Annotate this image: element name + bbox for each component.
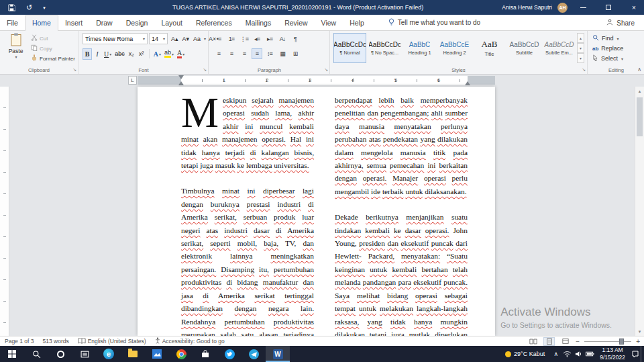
style-subtle-emphasis[interactable]: AaBbCcD Subtle Em... — [543, 33, 576, 63]
start-button[interactable] — [0, 346, 24, 362]
language-indicator[interactable]: English (United States) — [78, 338, 146, 345]
find-button[interactable]: Find ▾ — [592, 34, 619, 43]
font-size-dropdown-icon[interactable]: ▾ — [163, 36, 165, 41]
find-dropdown-icon[interactable]: ▾ — [617, 36, 619, 41]
style-subtitle[interactable]: AaBbCcD Subtitle — [508, 33, 541, 63]
tab-file[interactable]: File — [0, 16, 25, 30]
numbering-icon[interactable]: 1≡ — [226, 34, 237, 44]
underline-dropdown-icon[interactable]: ▾ — [109, 52, 111, 56]
style-no-spacing[interactable]: AaBbCcDc ¶ No Spac... — [368, 33, 401, 63]
telegram-icon[interactable] — [241, 346, 266, 362]
style-heading-2[interactable]: AaBbCcE Heading 2 — [438, 33, 471, 63]
paste-button[interactable]: Paste ▾ — [4, 33, 28, 64]
change-case-button[interactable]: Aa — [192, 35, 202, 43]
ruler-strip[interactable]: 1 2 3 4 5 6 — [138, 76, 495, 85]
style-title[interactable]: AaB Title — [473, 33, 506, 63]
word-taskbar-icon[interactable]: W — [266, 346, 290, 362]
select-dropdown-icon[interactable]: ▾ — [621, 56, 623, 61]
store-icon[interactable] — [193, 346, 217, 362]
tab-home[interactable]: Home — [25, 15, 58, 31]
scrollbar-thumb[interactable] — [637, 97, 643, 136]
align-center-icon[interactable]: ≡ — [226, 48, 237, 59]
scroll-up-icon[interactable]: ▴ — [635, 87, 644, 95]
save-icon[interactable] — [8, 4, 15, 11]
restore-button[interactable] — [598, 0, 619, 15]
styles-dialog-launcher-icon[interactable]: ↘ — [582, 67, 586, 73]
line-spacing-icon[interactable]: ↕≡ — [264, 48, 275, 59]
tab-design[interactable]: Design — [119, 16, 155, 30]
tab-references[interactable]: References — [189, 16, 239, 30]
tab-insert[interactable]: Insert — [58, 16, 89, 30]
tell-me-box[interactable]: Tell me what you want to do — [388, 18, 480, 30]
align-right-icon[interactable]: ≡ — [239, 48, 250, 59]
text-effects-button[interactable]: A▾ — [152, 48, 162, 60]
scroll-down-icon[interactable]: ▾ — [635, 327, 644, 336]
cut-button[interactable]: Cut — [31, 34, 48, 43]
italic-button[interactable]: I — [93, 48, 102, 60]
tab-stop-selector[interactable]: L — [128, 76, 137, 85]
zoom-out-icon[interactable]: − — [576, 338, 580, 345]
font-color-dropdown-icon[interactable]: ▾ — [182, 52, 184, 56]
highlight-dropdown-icon[interactable]: ▾ — [172, 52, 174, 56]
increase-indent-icon[interactable]: ▸≡ — [264, 34, 275, 44]
vertical-ruler[interactable] — [0, 87, 9, 336]
share-button[interactable]: Share — [597, 19, 644, 30]
multilevel-list-icon[interactable]: ⋮≡ — [239, 34, 250, 44]
styles-scroll-down-icon[interactable]: ▾ — [577, 43, 584, 53]
show-hide-pilcrow-icon[interactable]: ¶ — [290, 34, 301, 44]
bold-button[interactable]: B — [83, 48, 92, 60]
print-layout-icon[interactable] — [543, 337, 555, 346]
justify-icon[interactable]: ≡ — [252, 48, 262, 59]
weather-widget[interactable]: 29°C Kabut — [500, 351, 550, 357]
minimize-button[interactable] — [573, 0, 593, 15]
font-family-combobox[interactable]: Times New Roma ▾ — [83, 33, 148, 44]
font-dialog-launcher-icon[interactable]: ↘ — [203, 67, 207, 73]
photos-icon[interactable] — [145, 346, 169, 362]
borders-icon[interactable]: ⊞ — [290, 48, 301, 59]
superscript-button[interactable]: x² — [137, 48, 146, 60]
zoom-thumb[interactable] — [619, 338, 624, 345]
collapse-ribbon-icon[interactable]: ∧ — [637, 66, 641, 73]
sort-icon[interactable]: A↓ — [277, 34, 288, 44]
web-layout-icon[interactable] — [559, 337, 571, 346]
font-size-combobox[interactable]: 14 ▾ — [149, 33, 168, 44]
chrome-icon[interactable] — [169, 346, 193, 362]
wifi-icon[interactable] — [561, 346, 573, 362]
shading-icon[interactable]: ▦ — [277, 48, 288, 59]
page-indicator[interactable]: Page 1 of 3 — [5, 338, 34, 345]
shrink-font-button[interactable]: A▾ — [181, 35, 191, 43]
vertical-scrollbar[interactable]: ▴ ▾ — [635, 87, 644, 336]
account-name[interactable]: Anisa Herwi Saputri — [502, 4, 552, 11]
decrease-indent-icon[interactable]: ◂≡ — [252, 34, 262, 44]
select-button[interactable]: Select ▾ — [592, 54, 623, 63]
word-count[interactable]: 513 words — [42, 338, 68, 345]
tab-help[interactable]: Help — [343, 16, 371, 30]
bullets-icon[interactable]: •≡ — [213, 34, 224, 44]
hidden-icons-chevron[interactable]: ∧ — [550, 346, 561, 362]
text-effects-dropdown-icon[interactable]: ▾ — [159, 52, 161, 56]
show-desktop-button[interactable] — [641, 346, 644, 362]
style-heading-1[interactable]: AaBbC Heading 1 — [403, 33, 436, 63]
avatar[interactable]: AH — [557, 3, 568, 13]
copy-button[interactable]: Copy — [31, 44, 52, 53]
strikethrough-button[interactable]: abc — [113, 48, 126, 60]
close-button[interactable]: × — [624, 0, 644, 15]
tab-draw[interactable]: Draw — [89, 16, 119, 30]
tab-review[interactable]: Review — [278, 16, 314, 30]
font-family-dropdown-icon[interactable]: ▾ — [143, 36, 145, 41]
right-indent-marker[interactable] — [465, 79, 470, 85]
style-normal[interactable]: AaBbCcDc ¶ Normal — [333, 33, 366, 63]
battery-icon[interactable] — [584, 346, 596, 362]
highlight-color-button[interactable]: ab▾ — [163, 48, 175, 60]
replace-button[interactable]: ab Replace — [592, 44, 623, 53]
search-icon[interactable] — [24, 346, 48, 362]
styles-gallery-more-icon[interactable]: ▾ — [577, 53, 584, 63]
format-painter-button[interactable]: Format Painter — [31, 54, 75, 63]
action-center-icon[interactable] — [629, 346, 641, 362]
underline-button[interactable]: U▾ — [103, 48, 113, 60]
read-mode-icon[interactable] — [527, 337, 539, 346]
subscript-button[interactable]: x₂ — [127, 48, 136, 60]
styles-scroll-up-icon[interactable]: ▴ — [577, 33, 584, 43]
paragraph-dialog-launcher-icon[interactable]: ↘ — [324, 67, 328, 73]
file-explorer-icon[interactable] — [121, 346, 145, 362]
